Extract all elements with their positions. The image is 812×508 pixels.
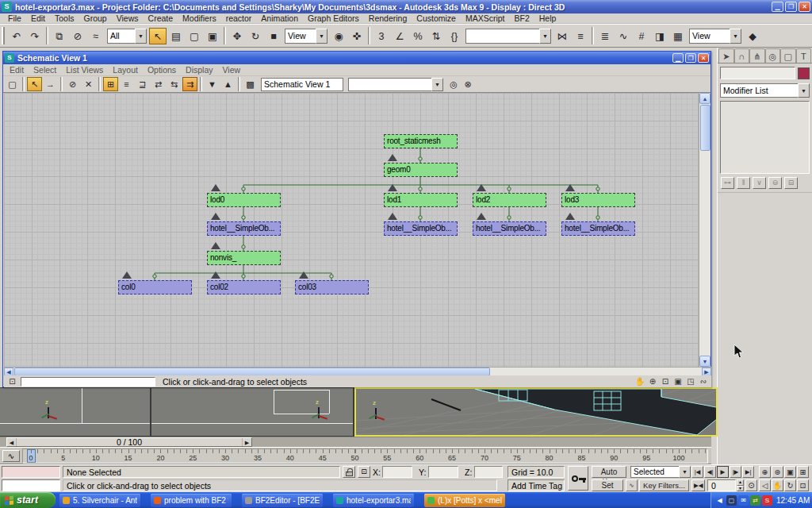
messenger-tray-icon[interactable]: ✉ [738, 495, 749, 506]
chevron-down-icon[interactable]: ▼ [730, 29, 741, 44]
hidden-icons-chevron[interactable]: ◀ [714, 495, 725, 506]
grow-selected-icon[interactable]: ▲ [220, 77, 236, 91]
edit-named-selection-sets-icon[interactable]: {} [446, 28, 463, 44]
y-coordinate-field[interactable] [428, 466, 458, 478]
maximize-button[interactable]: ❐ [785, 2, 797, 12]
select-and-scale-icon[interactable]: ■ [265, 28, 282, 44]
zoom-extents-all-icon[interactable]: ⊞ [797, 466, 809, 478]
previous-frame-icon[interactable]: ◀| [704, 466, 716, 478]
layer-manager-icon[interactable]: ≣ [596, 28, 614, 44]
node-root-staticmesh[interactable]: root_staticmesh [384, 134, 458, 148]
pan-view-icon[interactable]: ✋ [772, 479, 783, 491]
rectangular-selection-region-icon[interactable]: ▢ [186, 28, 203, 44]
node-nonvis[interactable]: nonvis_ [207, 251, 281, 265]
menu-modifiers[interactable]: Modifiers [178, 13, 221, 23]
render-type-dropdown[interactable]: View▼ [689, 29, 741, 44]
zoom-region-icon[interactable]: ⊡ [660, 376, 671, 387]
node-hotel-simpleob[interactable]: hotel__SimpleOb... [561, 221, 635, 236]
reference-coordinate-system-dropdown[interactable]: View▼ [285, 29, 327, 44]
chevron-down-icon[interactable]: ▼ [431, 78, 443, 91]
expand-arrow-icon[interactable] [388, 184, 397, 191]
schematic-vertical-scrollbar[interactable]: ▲ ▼ [699, 93, 710, 367]
show-end-result-icon[interactable]: ‖ [737, 177, 750, 189]
selection-filter-dropdown[interactable]: All▼ [107, 29, 147, 44]
absolute-offset-toggle[interactable]: ⊡ [358, 466, 370, 478]
schematic-menu-display[interactable]: Display [181, 65, 217, 75]
auto-key-button[interactable]: Auto Key [592, 466, 626, 478]
node-geom0[interactable]: geom0 [384, 163, 458, 177]
expand-arrow-icon[interactable] [211, 271, 220, 279]
node-lod1[interactable]: lod1 [384, 193, 458, 207]
schematic-menu-layout[interactable]: Layout [108, 65, 143, 75]
menu-create[interactable]: Create [144, 13, 178, 23]
schematic-horizontal-scrollbar[interactable]: ◀ ▶ [4, 367, 711, 375]
expand-arrow-icon[interactable] [565, 184, 575, 191]
configure-modifier-sets-icon[interactable]: ⊟ [784, 177, 798, 189]
expand-arrow-icon[interactable] [565, 213, 575, 220]
schematic-menu-options[interactable]: Options [143, 65, 181, 75]
zoom-extents-selected-icon[interactable]: ◳ [685, 376, 696, 387]
node-hotel-simpleob[interactable]: hotel__SimpleOb... [473, 221, 546, 236]
unlink-selected-icon[interactable]: ⊘ [65, 77, 80, 91]
chevron-down-icon[interactable]: ▼ [798, 83, 810, 98]
toolbar-grip[interactable] [2, 27, 5, 44]
track-bar[interactable]: ∿ 05101520253035404550556065707580859095… [0, 447, 711, 464]
maxscript-mini-listener-input[interactable] [2, 479, 60, 491]
taskbar-task-l-x-potts-x-melpo[interactable]: (L)x [Potts] x <melpo... [424, 494, 505, 507]
menu-views[interactable]: Views [112, 13, 144, 23]
bind-to-space-warp-icon[interactable]: ≈ [87, 28, 105, 44]
schematic-menu-edit[interactable]: Edit [5, 65, 29, 75]
move-children-icon[interactable]: ⇉ [182, 77, 197, 91]
menu-rendering[interactable]: Rendering [364, 13, 412, 23]
node-hotel-simpleob[interactable]: hotel__SimpleOb... [207, 221, 281, 236]
display-tab[interactable]: ▢ [780, 48, 796, 63]
time-slider[interactable]: ◀ 0 / 100 ▶ [0, 437, 711, 447]
schematic-view-icon[interactable]: # [633, 28, 650, 44]
close-button[interactable]: ✕ [799, 2, 810, 12]
spinner-up-icon[interactable]: ▲ [737, 479, 744, 486]
select-and-move-icon[interactable]: ✥ [228, 28, 246, 44]
zoom-all-icon[interactable]: ⊛ [772, 466, 783, 478]
previous-bookmark-icon[interactable]: ◎ [447, 78, 460, 90]
expand-arrow-icon[interactable] [388, 213, 397, 220]
menu-help[interactable]: Help [534, 13, 561, 23]
expand-arrow-icon[interactable] [211, 242, 220, 249]
display-settings-tray-icon[interactable]: ▢ [726, 495, 737, 506]
menu-edit[interactable]: Edit [26, 13, 50, 23]
schematic-close-button[interactable]: ✕ [698, 53, 709, 63]
time-configuration-icon[interactable]: ⊙ [745, 479, 757, 491]
object-name-field[interactable] [720, 67, 795, 79]
chevron-down-icon[interactable]: ▼ [539, 29, 551, 44]
taskbar-task-hotel-exportar3-max[interactable]: hotel-exportar3.max ... [333, 494, 414, 507]
angle-snap-toggle-icon[interactable]: ∠ [391, 28, 408, 44]
z-coordinate-field[interactable] [474, 466, 503, 478]
key-filters-button[interactable]: Key Filters... [639, 479, 689, 491]
min-max-toggle-icon[interactable]: ⊡ [797, 479, 809, 491]
node-lod0[interactable]: lod0 [207, 193, 281, 207]
go-to-start-icon[interactable]: |◀ [691, 466, 703, 478]
schematic-menu-view[interactable]: View [218, 65, 246, 75]
pin-stack-icon[interactable]: ⊶ [721, 177, 734, 189]
frame-spinner[interactable]: ▲▼ [737, 479, 744, 491]
schematic-titlebar[interactable]: S Schematic View 1 ▁ ❐ ✕ [3, 52, 710, 64]
chevron-down-icon[interactable]: ▼ [316, 29, 327, 44]
key-mode-toggle-icon[interactable]: ▶◀ [691, 479, 705, 491]
free-all-icon[interactable]: ⇆ [167, 77, 182, 91]
make-unique-icon[interactable]: ∨ [753, 177, 766, 189]
menu-group[interactable]: Group [79, 13, 112, 23]
menu-bf2[interactable]: BF2 [510, 13, 534, 23]
skype-tray-icon[interactable]: S [762, 495, 772, 506]
expand-arrow-icon[interactable] [477, 213, 486, 220]
track-bar-ruler[interactable]: 0510152025303540455055606570758085909510… [22, 448, 708, 464]
utilities-tab[interactable]: T [796, 48, 812, 63]
remove-modifier-icon[interactable]: ⊖ [768, 177, 782, 189]
modify-tab[interactable]: ∩ [734, 48, 750, 63]
percent-snap-toggle-icon[interactable]: % [409, 28, 427, 44]
menu-file[interactable]: File [3, 13, 26, 23]
unlink-selection-icon[interactable]: ⊘ [69, 28, 86, 44]
current-frame-field[interactable]: 0 [707, 479, 736, 491]
curve-editor-icon[interactable]: ∿ [615, 28, 632, 44]
add-time-tag[interactable]: Add Time Tag [508, 479, 565, 491]
redo-icon[interactable]: ↷ [26, 28, 44, 44]
named-selection-sets-dropdown[interactable]: ▼ [465, 29, 551, 44]
